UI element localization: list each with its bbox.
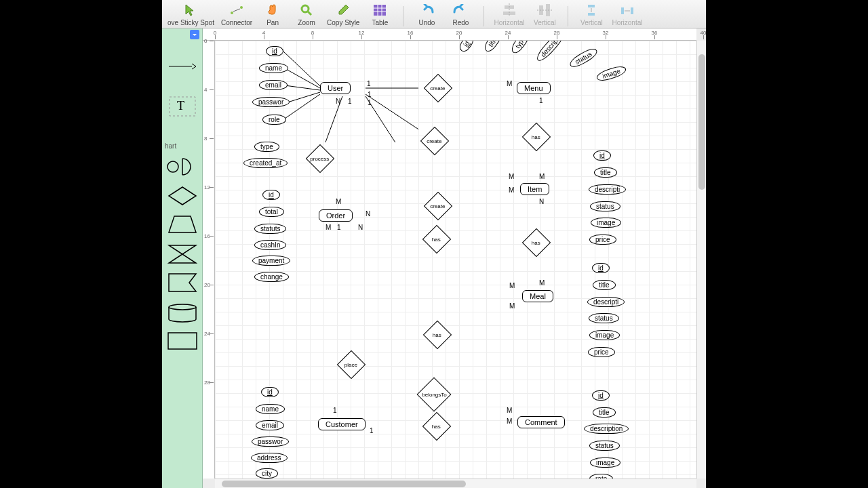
cardinality: M bbox=[326, 224, 331, 231]
entity-comment[interactable]: Comment bbox=[517, 416, 565, 428]
attr-user-role[interactable]: role bbox=[262, 115, 286, 125]
svg-point-27 bbox=[169, 304, 196, 310]
scrollbar-horizontal[interactable] bbox=[215, 479, 696, 488]
hand-icon bbox=[264, 2, 281, 18]
ruler-horizontal: 0481216202428323640 bbox=[203, 28, 696, 41]
cardinality: 1 bbox=[370, 427, 374, 434]
cardinality: M bbox=[509, 282, 515, 289]
entity-customer[interactable]: Customer bbox=[318, 418, 366, 430]
copy-style-tool[interactable]: Copy Style bbox=[326, 2, 361, 26]
attr-item-status[interactable]: status bbox=[590, 201, 620, 211]
entity-item[interactable]: Item bbox=[520, 183, 549, 195]
panel-section-label: hart bbox=[163, 141, 201, 151]
attr-comment-rate[interactable]: rate bbox=[589, 474, 613, 479]
svg-rect-19 bbox=[621, 7, 624, 14]
undo-icon bbox=[418, 2, 435, 18]
shape-circle-half-icon[interactable] bbox=[166, 157, 199, 176]
attr-order-total[interactable]: total bbox=[259, 207, 284, 217]
scrollbar-vertical[interactable] bbox=[696, 41, 706, 479]
align-horizontal-button[interactable]: Horizontal bbox=[492, 2, 526, 26]
attr-meal-price[interactable]: price bbox=[588, 347, 615, 357]
attr-meal-description[interactable]: descripti bbox=[587, 297, 625, 307]
attr-comment-image[interactable]: image bbox=[590, 458, 620, 468]
attr-item-description[interactable]: descripti bbox=[589, 184, 626, 195]
cardinality: N bbox=[539, 198, 544, 205]
attr-customer-city[interactable]: city bbox=[256, 468, 278, 479]
attr-order-change[interactable]: change bbox=[254, 272, 289, 282]
svg-point-26 bbox=[167, 161, 178, 172]
attr-item-image[interactable]: image bbox=[591, 218, 621, 228]
attr-customer-email[interactable]: email bbox=[256, 420, 284, 430]
scrollbar-thumb[interactable] bbox=[698, 54, 705, 190]
attr-order-statuts[interactable]: statuts bbox=[254, 224, 286, 234]
attr-comment-title[interactable]: title bbox=[593, 407, 616, 418]
attr-comment-status[interactable]: status bbox=[589, 441, 620, 451]
distribute-horizontal-button[interactable]: Horizontal bbox=[610, 2, 644, 26]
attr-order-cashin[interactable]: cashIn bbox=[254, 240, 286, 250]
shape-text-icon[interactable]: T bbox=[169, 96, 196, 117]
attr-user-password[interactable]: passwor bbox=[252, 97, 290, 107]
cardinality: M bbox=[507, 418, 512, 425]
connector-icon bbox=[229, 2, 245, 18]
shape-rect-icon[interactable] bbox=[167, 332, 197, 350]
shape-hourglass-icon[interactable] bbox=[167, 244, 197, 264]
toolbar: ove Sticky Spot Connector Pan Zoom Copy … bbox=[162, 0, 706, 28]
attr-user-id[interactable]: id bbox=[266, 46, 283, 56]
attr-process-created[interactable]: created_at bbox=[243, 158, 288, 168]
shape-trapezoid-icon[interactable] bbox=[167, 215, 197, 234]
align-vertical-button[interactable]: Vertical bbox=[530, 2, 559, 26]
attr-customer-password[interactable]: passwor bbox=[252, 436, 289, 447]
attr-customer-id[interactable]: id bbox=[261, 387, 279, 397]
attr-user-name[interactable]: name bbox=[259, 63, 288, 73]
connector-tool[interactable]: Connector bbox=[220, 2, 254, 26]
attr-meal-image[interactable]: image bbox=[589, 330, 620, 340]
ruler-vertical: 0481216202428 bbox=[203, 41, 215, 479]
cardinality: M bbox=[509, 186, 514, 194]
svg-text:T: T bbox=[177, 99, 184, 113]
canvas[interactable]: User id name email passwor role Menu id … bbox=[215, 41, 696, 479]
distribute-vertical-button[interactable]: Vertical bbox=[576, 2, 606, 26]
cardinality: 1 bbox=[348, 98, 352, 105]
attr-meal-id[interactable]: id bbox=[592, 263, 610, 273]
attr-customer-address[interactable]: address bbox=[251, 453, 288, 463]
svg-point-0 bbox=[231, 12, 233, 14]
cursor-icon bbox=[182, 2, 199, 18]
shape-arrow-icon[interactable] bbox=[169, 62, 196, 70]
app-window: ove Sticky Spot Connector Pan Zoom Copy … bbox=[162, 0, 706, 488]
attr-item-id[interactable]: id bbox=[593, 150, 611, 161]
svg-rect-5 bbox=[374, 5, 386, 16]
attr-comment-description[interactable]: description bbox=[584, 424, 629, 434]
attr-item-price[interactable]: price bbox=[589, 235, 616, 245]
shape-flag-icon[interactable] bbox=[167, 272, 197, 293]
table-tool[interactable]: Table bbox=[365, 2, 395, 26]
brush-icon bbox=[335, 2, 351, 18]
attr-meal-status[interactable]: status bbox=[589, 313, 619, 323]
cardinality: M bbox=[509, 173, 514, 180]
attr-item-title[interactable]: title bbox=[594, 167, 617, 178]
panel-dropdown[interactable] bbox=[190, 30, 199, 39]
cardinality: M bbox=[507, 407, 512, 414]
cardinality: 1 bbox=[333, 407, 337, 414]
attr-comment-id[interactable]: id bbox=[592, 390, 610, 401]
redo-button[interactable]: Redo bbox=[446, 2, 475, 26]
entity-meal[interactable]: Meal bbox=[522, 290, 553, 302]
pan-tool[interactable]: Pan bbox=[258, 2, 288, 26]
shape-diamond-icon[interactable] bbox=[167, 186, 197, 206]
svg-rect-20 bbox=[631, 7, 633, 14]
entity-order[interactable]: Order bbox=[319, 209, 353, 222]
move-sticky-tool[interactable]: ove Sticky Spot bbox=[166, 2, 216, 26]
attr-order-payment[interactable]: payment bbox=[252, 256, 290, 266]
cardinality: M bbox=[336, 198, 341, 205]
attr-user-email[interactable]: email bbox=[259, 80, 288, 90]
zoom-tool[interactable]: Zoom bbox=[292, 2, 321, 26]
attr-process-type[interactable]: type bbox=[254, 142, 279, 152]
attr-order-id[interactable]: id bbox=[262, 190, 280, 200]
entity-menu[interactable]: Menu bbox=[517, 82, 551, 94]
shape-cylinder-icon[interactable] bbox=[167, 303, 197, 323]
attr-customer-name[interactable]: name bbox=[256, 404, 285, 414]
entity-user[interactable]: User bbox=[320, 82, 351, 94]
svg-rect-16 bbox=[588, 5, 595, 7]
undo-button[interactable]: Undo bbox=[412, 2, 441, 26]
scrollbar-thumb[interactable] bbox=[222, 481, 466, 487]
attr-meal-title[interactable]: title bbox=[593, 280, 616, 290]
